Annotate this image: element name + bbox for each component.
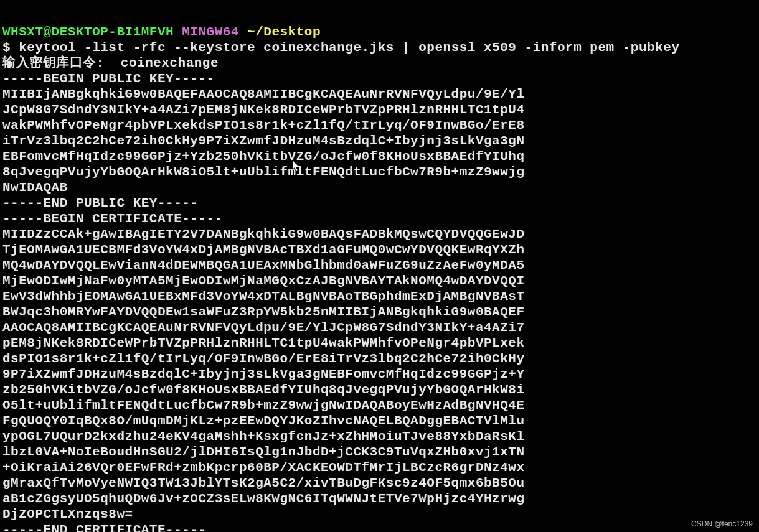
cert-line: aB1cZGgsyUO5qhuQDw6Jv+zOCZ3sELw8KWgNC6IT… [2, 492, 525, 506]
cert-line: FgQUOQY0IqBQx8O/mUqmDMjKLz+pzEEwDQYJKoZI… [2, 414, 525, 428]
cert-end: -----END CERTIFICATE----- [2, 523, 207, 532]
cert-line: AAOCAQ8AMIIBCgKCAQEAuNrRVNFVQyLdpu/9E/Yl… [2, 320, 525, 335]
pubkey-line: wakPWMhfvOPeNgr4pbVPLxekdsPIO1s8r1k+cZl1… [2, 118, 525, 133]
pubkey-begin: -----BEGIN PUBLIC KEY----- [2, 72, 215, 86]
cert-line: gMraxQfTvMoVyeNWIQ3TW13JblYTsK2gA5C2/xiv… [2, 476, 525, 490]
cert-line: ypOGL7UQurD2kxdzhu24eKV4gaMshh+KsxgfcnJz… [2, 429, 525, 444]
prompt-symbol: $ [2, 40, 11, 55]
terminal-window[interactable]: WHSXT@DESKTOP-BI1MFVH MINGW64 ~/Desktop … [0, 0, 759, 532]
pubkey-end: -----END PUBLIC KEY----- [2, 196, 198, 210]
command-line[interactable]: keytool -list -rfc --keystore coinexchan… [19, 40, 679, 55]
cert-line: TjEOMAwGA1UECBMFd3VoYW4xDjAMBgNVBAcTBXd1… [2, 243, 525, 257]
pubkey-line: JCpW8G7SdndY3NIkY+a4AZi7pEM8jNKek8RDICeW… [2, 103, 525, 117]
cert-line: +OiKraiAi26VQr0EFwFRd+zmbKpcrp60BP/XACKE… [2, 460, 525, 475]
pubkey-line: 8qJvegqPVujyYbGOQArHkW8iO5lt+uUblifmltFE… [2, 165, 525, 179]
pubkey-line: MIIBIjANBgkqhkiG9w0BAQEFAAOCAQ8AMIIBCgKC… [2, 87, 525, 101]
cert-line: MjEwODIwMjNaFw0yMTA5MjEwODIwMjNaMGQxCzAJ… [2, 274, 525, 288]
pubkey-line: NwIDAQAB [2, 180, 68, 195]
cert-line: 9P7iXZwmfJDHzuM4sBzdqlC+Ibyjnj3sLkVga3gN… [2, 367, 525, 381]
pubkey-line: EBFomvcMfHqIdzc99GGPjz+Yzb250hVKitbVZG/o… [2, 149, 525, 164]
cert-line: DjZOPCTLXnzqs8w= [2, 507, 133, 521]
passphrase-value: coinexchange [121, 56, 219, 70]
cert-line: dsPIO1s8r1k+cZl1fQ/tIrLyq/OF9InwBGo/ErE8… [2, 352, 525, 366]
cert-line: pEM8jNKek8RDICeWPrbTVZpPRHlznRHHLTC1tpU4… [2, 336, 525, 350]
cert-line: BWJqc3h0MRYwFAYDVQQDEw1saWFuZ3RpYW5kb25n… [2, 305, 525, 319]
prompt-os: MINGW64 [182, 25, 239, 39]
cert-line: zb250hVKitbVZG/oJcfw0f8KHoUsxBBAEdfYIUhq… [2, 383, 525, 397]
cert-begin: -----BEGIN CERTIFICATE----- [2, 212, 223, 226]
prompt-path: ~/Desktop [247, 25, 321, 39]
cert-line: MQ4wDAYDVQQLEwVianN4dDEWMBQGA1UEAxMNbGlh… [2, 258, 525, 273]
watermark-text: CSDN @tenc1239 [691, 520, 753, 528]
passphrase-prompt: 输入密钥库口令: [2, 56, 105, 70]
prompt-user: WHSXT@DESKTOP-BI1MFVH [2, 25, 174, 39]
cert-line: EwV3dWhhbjEOMAwGA1UEBxMFd3VoYW4xDTALBgNV… [2, 289, 525, 304]
pubkey-line: iTrVz3lbq2C2hCe72ih0CkHy9P7iXZwmfJDHzuM4… [2, 134, 525, 148]
cert-line: lbzL0VA+NoIeBoudHnSGU2/jlDHI6IsQlg1nJbdD… [2, 445, 525, 459]
cert-line: O5lt+uUblifmltFENQdtLucfbCw7R9b+mzZ9wwjg… [2, 398, 525, 413]
cert-line: MIIDZzCCAk+gAwIBAgIETY2V7DANBgkqhkiG9w0B… [2, 227, 525, 241]
